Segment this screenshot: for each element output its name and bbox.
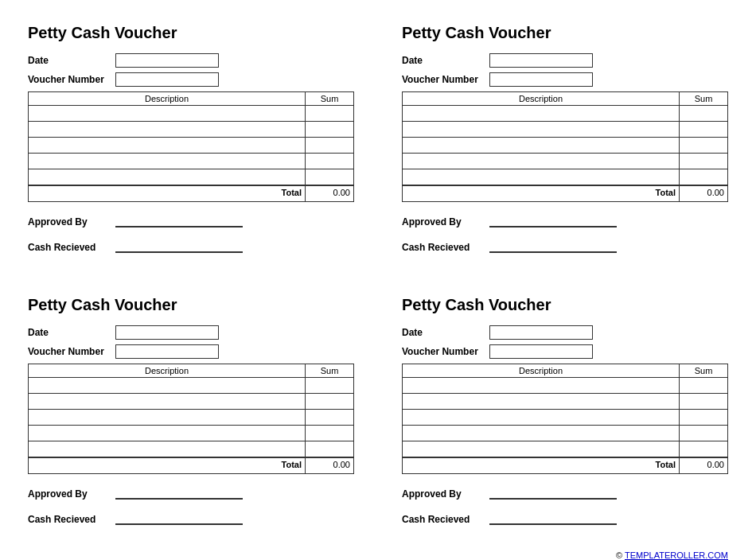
cash-received-line-1[interactable] (115, 239, 243, 253)
table-row (29, 138, 353, 154)
table-row (29, 410, 353, 426)
date-input-1[interactable] (115, 53, 219, 68)
signature-section-4: Approved By Cash Recieved (402, 485, 728, 525)
sum-header-4: Sum (680, 364, 727, 377)
approved-by-line-1[interactable] (115, 213, 243, 228)
total-row-4: Total 0.00 (403, 457, 727, 473)
cash-received-row-4: Cash Recieved (402, 511, 728, 525)
table-row (29, 106, 353, 122)
table-header-2: Description Sum (403, 92, 727, 106)
desc-header-1: Description (29, 92, 306, 105)
voucher-number-row-3: Voucher Number (28, 344, 354, 359)
footer: © TEMPLATEROLLER.COM (16, 544, 740, 560)
cash-received-line-3[interactable] (115, 511, 243, 525)
approved-by-line-4[interactable] (489, 485, 617, 500)
table-4: Description Sum Total 0.00 (402, 364, 728, 474)
table-row (403, 426, 727, 441)
voucher-3-title: Petty Cash Voucher (28, 296, 354, 314)
date-label-1: Date (28, 55, 115, 66)
table-3: Description Sum Total 0.00 (28, 364, 354, 474)
table-row (29, 169, 353, 185)
approved-by-label-2: Approved By (402, 216, 489, 228)
date-row-4: Date (402, 325, 728, 340)
approved-by-row-1: Approved By (28, 213, 354, 228)
total-value-4: 0.00 (680, 458, 727, 473)
sum-header-3: Sum (306, 364, 353, 377)
date-row-1: Date (28, 53, 354, 68)
cash-received-label-4: Cash Recieved (402, 514, 489, 525)
signature-section-1: Approved By Cash Recieved (28, 213, 354, 253)
date-input-2[interactable] (489, 53, 593, 68)
cash-received-row-3: Cash Recieved (28, 511, 354, 525)
voucher-3: Petty Cash Voucher Date Voucher Number D… (16, 288, 366, 544)
voucher-number-row-2: Voucher Number (402, 72, 728, 87)
table-row (29, 378, 353, 394)
voucher-number-input-4[interactable] (489, 344, 593, 359)
table-row (29, 394, 353, 410)
date-row-3: Date (28, 325, 354, 340)
table-row (403, 441, 727, 457)
approved-by-label-4: Approved By (402, 488, 489, 500)
table-header-3: Description Sum (29, 364, 353, 378)
table-row (403, 169, 727, 185)
sum-header-2: Sum (680, 92, 727, 105)
table-row (29, 154, 353, 169)
voucher-number-input-1[interactable] (115, 72, 219, 87)
total-label-2: Total (403, 186, 680, 201)
voucher-1-title: Petty Cash Voucher (28, 24, 354, 42)
total-row-2: Total 0.00 (403, 185, 727, 201)
cash-received-label-2: Cash Recieved (402, 242, 489, 253)
voucher-number-label-2: Voucher Number (402, 74, 489, 85)
cash-received-row-1: Cash Recieved (28, 239, 354, 253)
approved-by-row-3: Approved By (28, 485, 354, 500)
date-row-2: Date (402, 53, 728, 68)
voucher-number-row-1: Voucher Number (28, 72, 354, 87)
total-value-3: 0.00 (306, 458, 353, 473)
table-2: Description Sum Total 0.00 (402, 91, 728, 202)
table-row (29, 441, 353, 457)
approved-by-line-2[interactable] (489, 213, 617, 228)
date-label-3: Date (28, 327, 115, 338)
voucher-1: Petty Cash Voucher Date Voucher Number D… (16, 16, 366, 272)
voucher-number-input-3[interactable] (115, 344, 219, 359)
signature-section-2: Approved By Cash Recieved (402, 213, 728, 253)
table-row (403, 106, 727, 122)
total-value-1: 0.00 (306, 186, 353, 201)
table-1: Description Sum Total 0.00 (28, 91, 354, 202)
table-row (403, 154, 727, 169)
date-label-4: Date (402, 327, 489, 338)
total-label-1: Total (29, 186, 306, 201)
signature-section-3: Approved By Cash Recieved (28, 485, 354, 525)
cash-received-line-2[interactable] (489, 239, 617, 253)
voucher-4: Petty Cash Voucher Date Voucher Number D… (390, 288, 740, 544)
cash-received-label-1: Cash Recieved (28, 242, 115, 253)
date-input-4[interactable] (489, 325, 593, 340)
sum-header-1: Sum (306, 92, 353, 105)
total-label-4: Total (403, 458, 680, 473)
voucher-4-title: Petty Cash Voucher (402, 296, 728, 314)
total-value-2: 0.00 (680, 186, 727, 201)
approved-by-line-3[interactable] (115, 485, 243, 500)
copyright-symbol: © (616, 550, 622, 560)
page-container: Petty Cash Voucher Date Voucher Number D… (16, 16, 740, 544)
cash-received-row-2: Cash Recieved (402, 239, 728, 253)
voucher-number-label-3: Voucher Number (28, 346, 115, 357)
approved-by-row-4: Approved By (402, 485, 728, 500)
date-input-3[interactable] (115, 325, 219, 340)
voucher-number-label-1: Voucher Number (28, 74, 115, 85)
table-row (403, 378, 727, 394)
cash-received-line-4[interactable] (489, 511, 617, 525)
table-row (29, 426, 353, 441)
voucher-2-title: Petty Cash Voucher (402, 24, 728, 42)
approved-by-label-1: Approved By (28, 216, 115, 228)
table-row (403, 410, 727, 426)
desc-header-3: Description (29, 364, 306, 377)
table-row (403, 138, 727, 154)
cash-received-label-3: Cash Recieved (28, 514, 115, 525)
date-label-2: Date (402, 55, 489, 66)
voucher-number-input-2[interactable] (489, 72, 593, 87)
desc-header-2: Description (403, 92, 680, 105)
templateroller-link[interactable]: TEMPLATEROLLER.COM (625, 550, 728, 560)
voucher-number-row-4: Voucher Number (402, 344, 728, 359)
total-row-1: Total 0.00 (29, 185, 353, 201)
